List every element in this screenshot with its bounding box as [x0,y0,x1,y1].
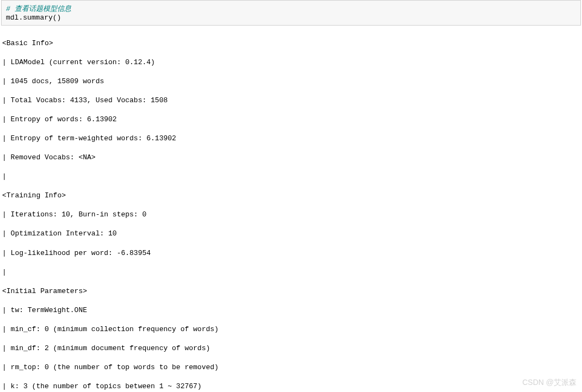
basic-info-removed: | Removed Vocabs: <NA> [2,153,580,163]
code-comment: # 查看话题模型信息 [6,4,576,14]
watermark: CSDN @艾派森 [522,378,577,388]
training-info-end: | [2,267,580,277]
basic-info-entropy-words: | Entropy of words: 6.13902 [2,115,580,125]
basic-info-model: | LDAModel (current version: 0.12.4) [2,58,580,67]
initial-params-rm-top: | rm_top: 0 (the number of top words to … [2,363,580,372]
training-info-header: <Training Info> [2,191,580,201]
basic-info-docs: | 1045 docs, 15809 words [2,77,580,86]
training-info-iterations: | Iterations: 10, Burn-in steps: 0 [2,210,580,220]
initial-params-tw: | tw: TermWeight.ONE [2,306,580,315]
code-cell: # 查看话题模型信息 mdl.summary() [1,0,581,26]
basic-info-vocabs: | Total Vocabs: 4133, Used Vocabs: 1508 [2,96,580,105]
training-info-loglik: | Log-likelihood per word: -6.83954 [2,248,580,258]
initial-params-min-df: | min_df: 2 (minimum document frequency … [2,344,580,353]
training-info-optimization: | Optimization Interval: 10 [2,229,580,239]
basic-info-end: | [2,172,580,182]
code-call: mdl.summary() [6,14,576,22]
initial-params-min-cf: | min_cf: 0 (minimum collection frequenc… [2,325,580,334]
initial-params-k: | k: 3 (the number of topics between 1 ~… [2,382,580,391]
initial-params-header: <Initial Parameters> [2,287,580,296]
basic-info-entropy-tw: | Entropy of term-weighted words: 6.1390… [2,134,580,144]
basic-info-header: <Basic Info> [2,39,580,48]
output-block: <Basic Info> | LDAModel (current version… [0,28,582,392]
